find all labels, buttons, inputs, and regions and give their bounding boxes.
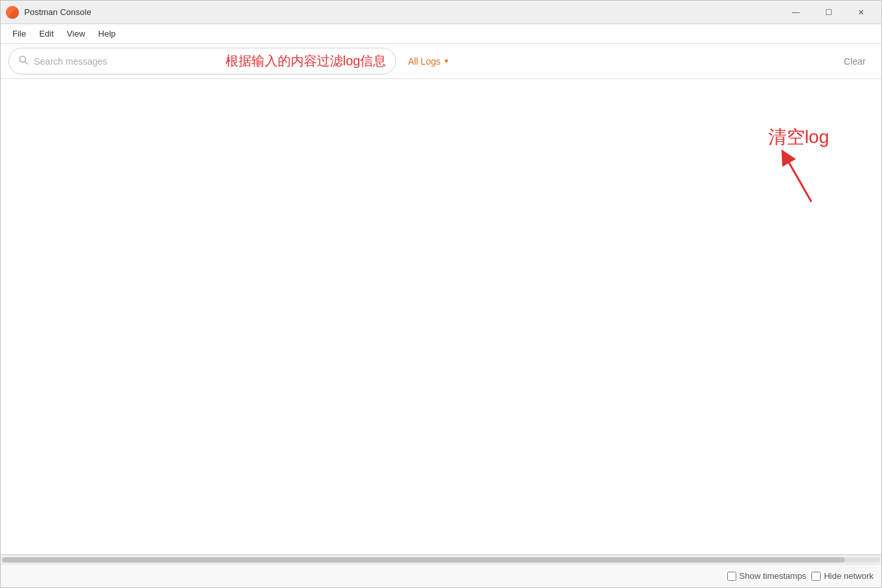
menu-view[interactable]: View <box>60 26 91 41</box>
menu-bar: File Edit View Help <box>1 24 881 44</box>
clear-log-annotation: 清空log <box>768 125 829 208</box>
scrollbar-track <box>2 557 880 563</box>
close-button[interactable]: ✕ <box>846 2 876 23</box>
hide-network-checkbox[interactable] <box>811 572 821 581</box>
window-title: Postman Console <box>24 7 91 17</box>
show-timestamps-label: Show timestamps <box>740 571 807 581</box>
show-timestamps-checkbox[interactable] <box>727 572 736 581</box>
horizontal-scrollbar[interactable] <box>1 555 881 564</box>
chevron-down-icon: ▼ <box>443 57 449 65</box>
minimize-button[interactable]: — <box>781 2 811 23</box>
scrollbar-thumb[interactable] <box>2 557 845 563</box>
clear-log-label: 清空log <box>768 125 829 150</box>
search-input[interactable] <box>34 56 220 67</box>
window-controls: — ☐ ✕ <box>781 2 876 23</box>
search-annotation-text: 根据输入的内容过滤log信息 <box>225 52 387 70</box>
bottom-bar: Show timestamps Hide network <box>1 564 881 587</box>
postman-console-window: Postman Console — ☐ ✕ File Edit View Hel… <box>0 0 882 588</box>
show-timestamps-checkbox-label[interactable]: Show timestamps <box>727 571 807 581</box>
svg-line-1 <box>25 61 27 64</box>
search-container: 根据输入的内容过滤log信息 <box>8 48 396 74</box>
log-area: 清空log <box>1 79 881 555</box>
clear-button[interactable]: Clear <box>836 52 874 71</box>
toolbar: 根据输入的内容过滤log信息 All Logs ▼ Clear <box>1 44 881 79</box>
title-bar: Postman Console — ☐ ✕ <box>1 1 881 24</box>
search-icon <box>18 55 29 68</box>
filter-label: All Logs <box>408 56 440 67</box>
menu-help[interactable]: Help <box>91 26 122 41</box>
hide-network-checkbox-label[interactable]: Hide network <box>811 571 874 581</box>
menu-file[interactable]: File <box>6 26 33 41</box>
filter-dropdown[interactable]: All Logs ▼ <box>402 54 455 69</box>
hide-network-label: Hide network <box>824 571 874 581</box>
maximize-button[interactable]: ☐ <box>813 2 843 23</box>
title-bar-left: Postman Console <box>6 6 91 19</box>
annotation-arrow-icon <box>772 150 825 208</box>
menu-edit[interactable]: Edit <box>33 26 60 41</box>
postman-logo-icon <box>6 6 19 19</box>
